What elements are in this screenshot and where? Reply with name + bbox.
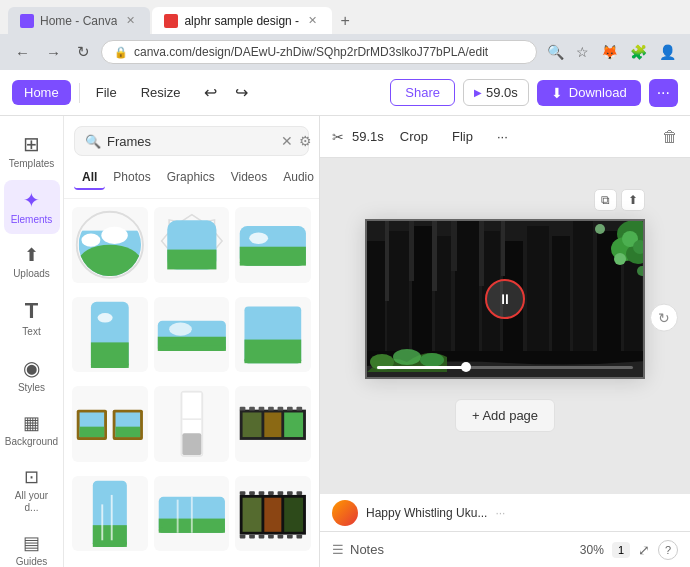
frame-item-8[interactable] [154, 386, 230, 462]
sidebar-item-background[interactable]: ▦ Background [4, 404, 60, 456]
pause-button[interactable]: ⏸ [485, 279, 525, 319]
svg-point-96 [614, 253, 626, 265]
extensions-icon[interactable]: 🦊 [597, 41, 622, 63]
flip-button[interactable]: Flip [444, 125, 481, 148]
star-icon[interactable]: ☆ [572, 41, 593, 63]
svg-rect-59 [250, 491, 256, 495]
design-frame[interactable]: ⏸ [365, 219, 645, 379]
frame-item-10[interactable] [72, 476, 148, 552]
sidebar-item-uploads[interactable]: ⬆ Uploads [4, 236, 60, 288]
search-browser-icon[interactable]: 🔍 [543, 41, 568, 63]
export-frame-button[interactable]: ⬆ [621, 189, 645, 211]
duplicate-frame-button[interactable]: ⧉ [594, 189, 617, 211]
progress-fill [377, 366, 467, 369]
svg-rect-88 [451, 221, 457, 271]
file-button[interactable]: File [88, 80, 125, 105]
sidebar-item-templates[interactable]: ⊞ Templates [4, 124, 60, 178]
home-button[interactable]: Home [12, 80, 71, 105]
trash-icon[interactable]: 🗑 [662, 128, 678, 146]
svg-rect-70 [287, 534, 293, 538]
canvas-area: ✂ 59.1s Crop Flip ··· 🗑 ⧉ [320, 116, 690, 567]
download-icon: ⬇ [551, 85, 563, 101]
tab-photos[interactable]: Photos [105, 166, 158, 190]
page-btn[interactable]: 1 [612, 542, 630, 558]
frame-item-4[interactable] [72, 297, 148, 373]
svg-rect-22 [245, 357, 302, 363]
undo-button[interactable]: ↩ [196, 78, 225, 107]
time-label: 59.1s [352, 129, 384, 144]
download-button[interactable]: ⬇ Download [537, 80, 641, 106]
sidebar-item-elements[interactable]: ✦ Elements [4, 180, 60, 234]
filter-icon[interactable]: ⚙ [299, 133, 312, 149]
svg-rect-57 [285, 497, 304, 531]
svg-rect-89 [479, 221, 484, 286]
frame-item-5[interactable] [154, 297, 230, 373]
elements-icon: ✦ [23, 188, 40, 212]
address-bar[interactable]: 🔒 canva.com/design/DAEwU-zhDiw/SQhp2rDrM… [101, 40, 537, 64]
audio-thumbnail [332, 500, 358, 526]
puzzle-icon[interactable]: 🧩 [626, 41, 651, 63]
download-label: Download [569, 85, 627, 100]
frames-grid [64, 199, 319, 567]
add-page-button[interactable]: + Add page [455, 399, 555, 432]
tab-graphics[interactable]: Graphics [159, 166, 223, 190]
fullscreen-button[interactable]: ⤢ [638, 542, 650, 558]
svg-rect-61 [268, 491, 274, 495]
guides-icon: ▤ [23, 532, 40, 554]
frame-item-12[interactable] [235, 476, 311, 552]
svg-rect-27 [80, 427, 105, 437]
timer-button[interactable]: ▶ 59.0s [463, 79, 529, 106]
tab-youtube[interactable]: alphr sample design - YouTu... ✕ [152, 7, 332, 34]
svg-rect-63 [287, 491, 293, 495]
frame-item-6[interactable] [235, 297, 311, 373]
help-button[interactable]: ? [658, 540, 678, 560]
search-bar[interactable]: 🔍 ✕ ⚙ [74, 126, 309, 156]
crop-button[interactable]: Crop [392, 125, 436, 148]
clear-icon[interactable]: ✕ [281, 133, 293, 149]
tab-home-close[interactable]: ✕ [123, 13, 138, 28]
svg-point-4 [81, 233, 100, 246]
tab-videos[interactable]: Videos [223, 166, 275, 190]
svg-point-15 [98, 313, 113, 322]
more-options-button[interactable]: ··· [649, 79, 678, 107]
tab-home[interactable]: Home - Canva ✕ [8, 7, 150, 34]
frame-item-7[interactable] [72, 386, 148, 462]
new-tab-button[interactable]: + [334, 8, 355, 34]
resize-button[interactable]: Resize [133, 80, 189, 105]
browser-nav-bar: ← → ↻ 🔒 canva.com/design/DAEwU-zhDiw/SQh… [0, 34, 690, 70]
sidebar-item-styles[interactable]: ◉ Styles [4, 348, 60, 402]
frame-item-11[interactable] [154, 476, 230, 552]
sidebar-item-guides[interactable]: ▤ Guides Fo... [4, 524, 60, 567]
tab-audio[interactable]: Audio [275, 166, 320, 190]
background-icon: ▦ [23, 412, 40, 434]
toolbar-divider-1 [79, 83, 80, 103]
sidebar-item-text[interactable]: T Text [4, 290, 60, 346]
canvas-more-button[interactable]: ··· [489, 125, 516, 148]
forward-button[interactable]: → [41, 41, 66, 64]
frame-item-2[interactable] [154, 207, 230, 283]
back-button[interactable]: ← [10, 41, 35, 64]
svg-point-11 [250, 233, 269, 244]
frame-top-actions: ⧉ ⬆ [594, 189, 645, 211]
svg-rect-10 [240, 260, 306, 266]
redo-button[interactable]: ↪ [227, 78, 256, 107]
tab-all[interactable]: All [74, 166, 105, 190]
frame-item-1[interactable] [72, 207, 148, 283]
frame-item-9[interactable] [235, 386, 311, 462]
scissors-icon: ✂ [332, 129, 344, 145]
text-icon: T [25, 298, 38, 324]
refresh-button[interactable]: ↻ [72, 40, 95, 64]
play-icon: ▶ [474, 87, 482, 98]
progress-bar-container[interactable] [377, 366, 633, 369]
svg-rect-7 [167, 250, 216, 270]
refresh-canvas-button[interactable]: ↻ [650, 303, 678, 331]
tab-youtube-close[interactable]: ✕ [305, 13, 320, 28]
sidebar-item-all[interactable]: ⊡ All your d... [4, 458, 60, 522]
frame-item-3[interactable] [235, 207, 311, 283]
share-button[interactable]: Share [390, 79, 455, 106]
svg-rect-87 [432, 221, 437, 291]
svg-rect-85 [385, 221, 389, 301]
green-decoration-tr [590, 221, 643, 284]
profile-icon[interactable]: 👤 [655, 41, 680, 63]
search-input[interactable] [107, 134, 275, 149]
